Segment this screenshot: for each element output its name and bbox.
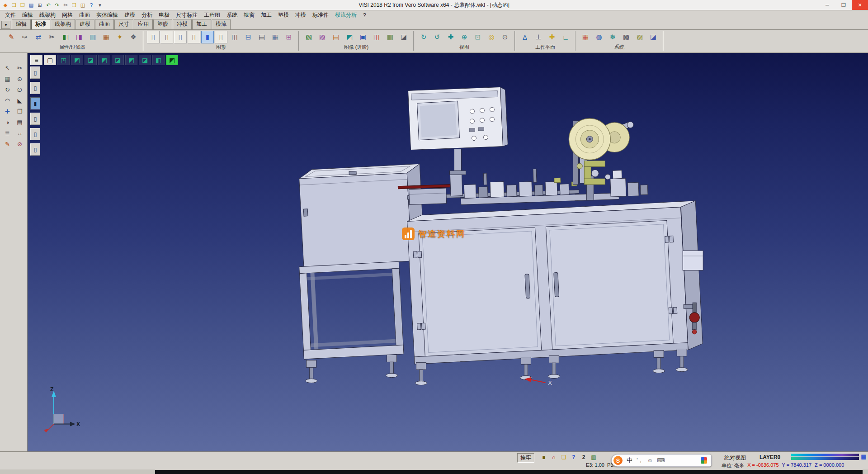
view-pan-icon[interactable]: ✚: [444, 31, 457, 43]
dynamic-view-icon[interactable]: ⊞: [283, 31, 295, 43]
help-icon[interactable]: ?: [88, 1, 95, 9]
view-rotate-icon[interactable]: ↻: [417, 31, 430, 43]
sogou-logo-icon[interactable]: S: [613, 456, 623, 465]
assembly-model[interactable]: X Z X: [28, 53, 868, 452]
copy-icon[interactable]: ❑: [71, 1, 78, 9]
mirror-icon[interactable]: ◑: [2, 117, 14, 128]
system-grid-icon[interactable]: ▩: [620, 31, 632, 43]
view-render-cube-icon[interactable]: ◩: [166, 55, 178, 65]
ime-emoji-icon[interactable]: ☺: [647, 457, 653, 464]
view-previous-icon[interactable]: ◎: [485, 31, 498, 43]
render-light-icon[interactable]: ▤: [330, 31, 342, 43]
filter-surface-icon[interactable]: ◨: [73, 31, 85, 43]
undo-icon[interactable]: ↶: [45, 1, 52, 9]
new-file-icon[interactable]: ❏: [10, 1, 18, 9]
viewport-3d[interactable]: ≡▢◳◩◪◩◪◩◪◧◩ ▯▯▮▯▯▯: [28, 53, 868, 452]
wireframe-icon[interactable]: ▯: [215, 31, 227, 43]
move-icon[interactable]: ✚: [2, 106, 14, 117]
view-blank-icon[interactable]: ▢: [44, 55, 56, 65]
close-button[interactable]: ✕: [852, 0, 868, 10]
sketch-icon[interactable]: ✎: [2, 139, 14, 149]
filter-col-points-icon[interactable]: ▯: [30, 82, 40, 94]
filter-col-mesh-icon[interactable]: ▯: [30, 143, 40, 156]
ime-language-toggle[interactable]: 中: [627, 456, 632, 465]
filter-col-solids-icon[interactable]: ▯: [30, 128, 40, 140]
view-wireframe-cube-icon[interactable]: ◳: [57, 55, 70, 65]
hidden-line-icon[interactable]: ◫: [228, 31, 241, 43]
left-frame[interactable]: [299, 261, 404, 359]
attr-swap-icon[interactable]: ⇄: [32, 31, 45, 43]
tab-dropdown-icon[interactable]: ▾: [1, 21, 10, 29]
rotate-icon[interactable]: ↻: [2, 85, 14, 95]
render-settings-icon[interactable]: ◪: [397, 31, 410, 43]
filter-color-icon[interactable]: ✦: [113, 31, 126, 43]
corner-icon[interactable]: ◣: [14, 95, 26, 106]
view-back-cube-icon[interactable]: ◪: [112, 55, 124, 65]
snap-grid-icon[interactable]: ▦: [2, 74, 14, 84]
viewbar-menu-icon[interactable]: ≡: [30, 55, 42, 65]
copy-icon[interactable]: ❐: [14, 106, 26, 117]
stretch-icon[interactable]: ↔: [14, 128, 26, 138]
view-shaded-cube-icon[interactable]: ◧: [152, 55, 165, 65]
section-icon[interactable]: ⊟: [242, 31, 255, 43]
layer-indicator[interactable]: LAYER0: [760, 454, 780, 460]
delete-icon[interactable]: ⊘: [14, 139, 26, 149]
filter-col-curves-icon[interactable]: ▯: [30, 113, 40, 125]
ime-keyboard-icon[interactable]: ⌨: [657, 457, 665, 464]
redo-icon[interactable]: ↷: [53, 1, 61, 9]
diameter-icon[interactable]: ∅: [14, 85, 26, 95]
cut-icon[interactable]: ✂: [62, 1, 69, 9]
minimize-button[interactable]: ─: [819, 0, 835, 10]
status-help-icon[interactable]: ?: [570, 453, 578, 461]
render-shadow-icon[interactable]: ◩: [343, 31, 356, 43]
select-icon[interactable]: ↖: [2, 63, 14, 73]
attr-dropper-icon[interactable]: ✑: [19, 31, 31, 43]
attr-scissors-icon[interactable]: ✂: [46, 31, 58, 43]
system-palette-icon[interactable]: ▦: [579, 31, 592, 43]
visi-logo-icon[interactable]: ◆: [2, 1, 9, 9]
shaded-edges-icon[interactable]: ▦: [269, 31, 282, 43]
scissors-icon[interactable]: ✂: [14, 63, 26, 73]
view-front-cube-icon[interactable]: ◩: [98, 55, 110, 65]
filter-solid-icon[interactable]: ◧: [59, 31, 72, 43]
list-icon[interactable]: ≣: [2, 128, 14, 138]
status-lock-icon[interactable]: ∎: [540, 453, 548, 461]
view-zoom-icon[interactable]: ⊕: [458, 31, 471, 43]
maximize-button[interactable]: ❐: [835, 0, 852, 10]
workplane-xy-icon[interactable]: Δ: [519, 31, 531, 43]
workplane-align-icon[interactable]: ⊥: [532, 31, 545, 43]
absolute-view-label[interactable]: 绝对视图: [724, 454, 746, 462]
render-scene-icon[interactable]: ▧: [302, 31, 315, 43]
attr-pencil-icon[interactable]: ✎: [5, 31, 18, 43]
lock-toggle[interactable]: 拴牢: [517, 453, 534, 463]
filter-point-icon[interactable]: ▦: [100, 31, 113, 43]
right-door[interactable]: [546, 220, 673, 350]
status-count-badge[interactable]: 2: [580, 453, 588, 461]
layers-icon[interactable]: ▤: [14, 117, 26, 128]
paste-icon[interactable]: ◫: [79, 1, 86, 9]
view-iso-cube-icon[interactable]: ◩: [71, 55, 83, 65]
ime-punctuation[interactable]: ’，: [637, 457, 643, 465]
open-file-icon[interactable]: ❐: [19, 1, 26, 9]
view-dynamic-icon[interactable]: ⊙: [499, 31, 511, 43]
view-right-cube-icon[interactable]: ◪: [139, 55, 151, 65]
save-icon[interactable]: ▤: [28, 1, 35, 9]
view-rotate-ccw-icon[interactable]: ↺: [431, 31, 443, 43]
control-panel[interactable]: [408, 87, 508, 175]
deck-equipment[interactable]: [397, 165, 648, 207]
palette-icon[interactable]: ▦: [861, 453, 866, 460]
system-globe-icon[interactable]: ◍: [593, 31, 605, 43]
layer-blank-2-icon[interactable]: ▯: [160, 31, 173, 43]
shading-active-icon[interactable]: ▮: [201, 31, 214, 43]
left-door[interactable]: [419, 228, 542, 356]
sogou-toolbox-icon[interactable]: [701, 457, 707, 464]
view-left-cube-icon[interactable]: ◩: [125, 55, 137, 65]
left-cabinet[interactable]: [299, 164, 425, 266]
view-fit-icon[interactable]: ⊡: [472, 31, 484, 43]
render-material-icon[interactable]: ▨: [316, 31, 329, 43]
status-notebook-icon[interactable]: ❏: [560, 453, 568, 461]
render-animate-icon[interactable]: ▥: [384, 31, 396, 43]
filter-col-all-icon[interactable]: ▯: [30, 66, 40, 79]
system-plate-icon[interactable]: ◪: [647, 31, 660, 43]
filter-settings-icon[interactable]: ❖: [127, 31, 140, 43]
